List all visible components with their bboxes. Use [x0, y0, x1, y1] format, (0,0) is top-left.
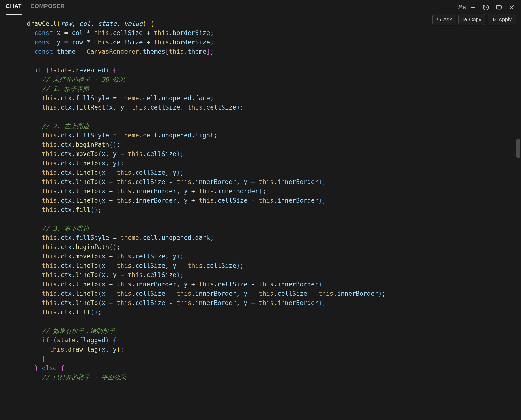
tab-chat[interactable]: CHAT	[6, 2, 22, 15]
new-chat-button[interactable]	[469, 4, 477, 11]
toolbar: ⌘N	[458, 4, 515, 11]
tabs: CHAT COMPOSER	[6, 0, 65, 15]
code-block: drawCell(row, col, state, value) { const…	[12, 19, 521, 382]
code-area[interactable]: drawCell(row, col, state, value) { const…	[0, 15, 521, 420]
expand-button[interactable]	[495, 4, 502, 11]
tab-composer[interactable]: COMPOSER	[30, 2, 65, 15]
plus-icon	[470, 4, 476, 11]
topbar: CHAT COMPOSER ⌘N	[0, 0, 521, 15]
shortcut-hint: ⌘N	[458, 4, 467, 11]
history-icon	[483, 4, 489, 11]
history-button[interactable]	[482, 4, 490, 11]
close-button[interactable]	[508, 4, 515, 11]
svg-rect-0	[497, 6, 501, 9]
app-root: CHAT COMPOSER ⌘N Ask Copy	[0, 0, 521, 420]
close-icon	[508, 4, 515, 11]
vertical-scrollbar[interactable]	[516, 139, 520, 158]
expand-icon	[495, 4, 502, 11]
